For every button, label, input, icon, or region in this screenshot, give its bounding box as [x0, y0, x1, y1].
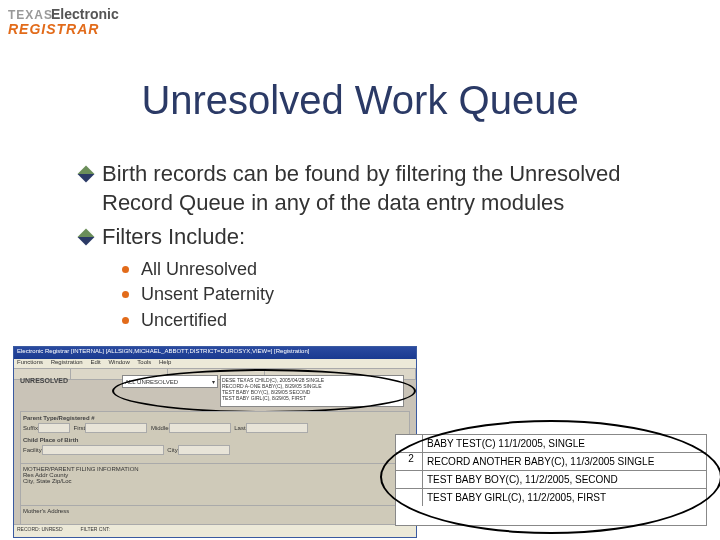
- dot-icon: [122, 317, 129, 324]
- app-screenshot: Electronic Registrar [INTERNAL] [ALLSIGN…: [13, 346, 417, 538]
- field-label: City, State Zip/Loc: [23, 478, 72, 484]
- text-field[interactable]: [246, 423, 308, 433]
- bullet-2: Filters Include:: [80, 223, 640, 252]
- field-label: Facility: [23, 447, 42, 453]
- diamond-icon: [78, 166, 95, 183]
- logo-electronic: Electronic: [51, 6, 119, 22]
- panel-title: Mother's Address: [23, 508, 69, 514]
- field-label: Middle: [151, 425, 169, 431]
- text-field[interactable]: [38, 423, 70, 433]
- bullet-2-text: Filters Include:: [102, 223, 245, 252]
- body-text: Birth records can be found by filtering …: [80, 160, 640, 334]
- panel-parent: Parent Type/Registered # Suffix First Mi…: [20, 411, 410, 465]
- dot-icon: [122, 266, 129, 273]
- sub-bullet-1: All Unresolved: [122, 258, 640, 281]
- section-label: UNRESOLVED: [20, 377, 68, 384]
- logo-texas: TEXAS: [8, 8, 53, 22]
- highlight-oval: [112, 369, 416, 413]
- slide: TEXASElectronic REGISTRAR Unresolved Wor…: [0, 0, 720, 540]
- text-field[interactable]: [85, 423, 147, 433]
- bullet-1: Birth records can be found by filtering …: [80, 160, 640, 217]
- panel-address: Mother's Address: [20, 505, 410, 525]
- text-field[interactable]: [169, 423, 231, 433]
- menu-item[interactable]: Window: [108, 359, 129, 365]
- menu-item[interactable]: Functions: [17, 359, 43, 365]
- field-label: First: [74, 425, 86, 431]
- text-field[interactable]: [42, 445, 164, 455]
- menu-item[interactable]: Edit: [90, 359, 100, 365]
- sub-bullet-2-text: Unsent Paternity: [141, 283, 274, 306]
- panel-title: Child Place of Birth: [23, 437, 407, 443]
- page-title: Unresolved Work Queue: [0, 78, 720, 123]
- highlight-oval: [380, 420, 720, 534]
- panel-mother: MOTHER/PARENT FILING INFORMATION Res Add…: [20, 463, 410, 507]
- dot-icon: [122, 291, 129, 298]
- menubar: Functions Registration Edit Window Tools…: [14, 359, 416, 369]
- text-field[interactable]: [178, 445, 230, 455]
- sub-bullets: All Unresolved Unsent Paternity Uncertif…: [122, 258, 640, 332]
- menu-item[interactable]: Tools: [137, 359, 151, 365]
- panel-title: Parent Type/Registered #: [23, 415, 407, 421]
- sub-bullet-3: Uncertified: [122, 309, 640, 332]
- bullet-1-text: Birth records can be found by filtering …: [102, 160, 640, 217]
- logo: TEXASElectronic REGISTRAR: [8, 6, 119, 36]
- window-titlebar: Electronic Registrar [INTERNAL] [ALLSIGN…: [14, 347, 416, 359]
- field-label: Suffix: [23, 425, 38, 431]
- status-text: FILTER CNT:: [81, 526, 110, 536]
- sub-bullet-1-text: All Unresolved: [141, 258, 257, 281]
- sub-bullet-3-text: Uncertified: [141, 309, 227, 332]
- sub-bullet-2: Unsent Paternity: [122, 283, 640, 306]
- field-label: City: [167, 447, 177, 453]
- logo-registrar: REGISTRAR: [8, 22, 119, 36]
- status-text: RECORD: UNRESD: [17, 526, 63, 536]
- diamond-icon: [78, 229, 95, 246]
- status-bar: RECORD: UNRESD FILTER CNT:: [14, 524, 416, 537]
- field-label: Last: [234, 425, 245, 431]
- menu-item[interactable]: Registration: [51, 359, 83, 365]
- panel-title: MOTHER/PARENT FILING INFORMATION: [23, 466, 407, 472]
- menu-item[interactable]: Help: [159, 359, 171, 365]
